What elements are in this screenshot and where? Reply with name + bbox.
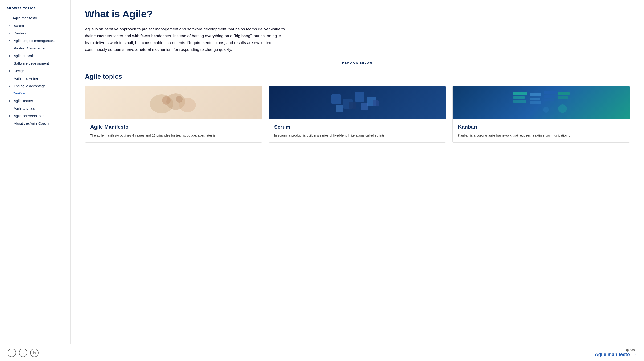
sidebar-item-agile-manifesto[interactable]: Agile manifesto bbox=[6, 14, 70, 22]
svg-point-3 bbox=[162, 96, 170, 105]
sidebar-item-label: Kanban bbox=[14, 31, 26, 35]
sidebar-item-agile-advantage[interactable]: ›The agile advantage bbox=[6, 82, 70, 90]
sidebar-item-label: DevOps bbox=[13, 91, 26, 95]
svg-rect-18 bbox=[530, 101, 541, 104]
card-image-scrum bbox=[269, 86, 446, 119]
sidebar-item-kanban[interactable]: ›Kanban bbox=[6, 29, 70, 37]
svg-rect-9 bbox=[336, 105, 343, 112]
browse-topics-label: BROWSE TOPICS bbox=[6, 7, 70, 10]
card-title: Kanban bbox=[458, 124, 624, 130]
sidebar-item-label: Agile at scale bbox=[14, 54, 35, 58]
sidebar-item-label: Agile manifesto bbox=[13, 16, 37, 20]
svg-rect-11 bbox=[361, 103, 368, 110]
svg-point-24 bbox=[558, 104, 567, 113]
sidebar-item-agile-coach[interactable]: ›About the Agile Coach bbox=[6, 120, 70, 127]
chevron-icon: › bbox=[8, 106, 12, 110]
svg-rect-17 bbox=[530, 98, 540, 100]
card-title: Scrum bbox=[274, 124, 441, 130]
facebook-icon[interactable]: f bbox=[8, 348, 16, 357]
up-next-link-text: Agile manifesto bbox=[595, 352, 630, 357]
svg-rect-13 bbox=[513, 92, 527, 95]
card-image-manifesto bbox=[85, 86, 262, 119]
linkedin-icon[interactable]: in bbox=[30, 348, 39, 357]
read-on-below: READ ON BELOW bbox=[85, 61, 630, 64]
chevron-icon: › bbox=[8, 46, 12, 50]
sidebar-item-devops[interactable]: DevOps bbox=[6, 90, 70, 97]
cards-row: Agile ManifestoThe agile manifesto outli… bbox=[85, 86, 630, 143]
page-title: What is Agile? bbox=[85, 9, 630, 20]
svg-rect-5 bbox=[332, 95, 341, 104]
svg-rect-16 bbox=[530, 93, 541, 96]
chevron-icon: › bbox=[8, 61, 12, 65]
up-next-label: Up Next bbox=[624, 348, 636, 352]
svg-rect-10 bbox=[349, 102, 356, 109]
card-kanban-card[interactable]: KanbanKanban is a popular agile framewor… bbox=[452, 86, 630, 143]
sidebar-item-label: Agile Teams bbox=[14, 99, 33, 103]
up-next-link[interactable]: Agile manifesto → bbox=[595, 352, 636, 357]
sidebar-item-label: Agile conversations bbox=[14, 114, 44, 118]
svg-rect-22 bbox=[558, 92, 570, 95]
sidebar-item-label: Software development bbox=[14, 61, 49, 65]
sidebar-item-software-development[interactable]: ›Software development bbox=[6, 59, 70, 67]
chevron-icon: › bbox=[8, 69, 12, 73]
svg-rect-7 bbox=[355, 92, 364, 102]
svg-rect-14 bbox=[513, 96, 525, 99]
svg-point-4 bbox=[176, 96, 182, 103]
social-icons: f t in bbox=[8, 348, 39, 357]
card-desc: Kanban is a popular agile framework that… bbox=[458, 133, 624, 138]
card-agile-manifesto-card[interactable]: Agile ManifestoThe agile manifesto outli… bbox=[85, 86, 262, 143]
sidebar-item-product-management[interactable]: ›Product Management bbox=[6, 44, 70, 52]
svg-rect-12 bbox=[373, 100, 378, 106]
sidebar-item-agile-at-scale[interactable]: ›Agile at scale bbox=[6, 52, 70, 59]
svg-rect-19 bbox=[544, 91, 556, 94]
main-content: What is Agile? Agile is an iterative app… bbox=[71, 0, 644, 344]
card-desc: In scrum, a product is built in a series… bbox=[274, 133, 441, 138]
up-next-arrow-icon: → bbox=[632, 352, 636, 357]
card-body: Agile ManifestoThe agile manifesto outli… bbox=[85, 119, 262, 142]
sidebar: BROWSE TOPICS Agile manifesto›Scrum›Kanb… bbox=[0, 0, 71, 344]
card-desc: The agile manifesto outlines 4 values an… bbox=[90, 133, 257, 138]
sidebar-item-label: Design bbox=[14, 69, 25, 73]
sidebar-item-label: About the Agile Coach bbox=[14, 121, 48, 125]
sidebar-item-label: Agile marketing bbox=[14, 76, 38, 80]
sidebar-item-agile-marketing[interactable]: ›Agile marketing bbox=[6, 75, 70, 82]
sidebar-item-label: Scrum bbox=[14, 24, 24, 28]
up-next: Up Next Agile manifesto → bbox=[595, 348, 636, 357]
sidebar-item-label: The agile advantage bbox=[14, 84, 46, 88]
card-scrum-card[interactable]: ScrumIn scrum, a product is built in a s… bbox=[269, 86, 446, 143]
sidebar-item-scrum[interactable]: ›Scrum bbox=[6, 22, 70, 29]
card-title: Agile Manifesto bbox=[90, 124, 257, 130]
svg-point-25 bbox=[543, 107, 549, 113]
sidebar-item-agile-conversations[interactable]: ›Agile conversations bbox=[6, 112, 70, 120]
chevron-icon: › bbox=[8, 84, 12, 88]
sidebar-nav: Agile manifesto›Scrum›Kanban›Agile proje… bbox=[6, 14, 70, 127]
chevron-icon: › bbox=[8, 23, 12, 28]
card-body: KanbanKanban is a popular agile framewor… bbox=[453, 119, 630, 142]
svg-rect-21 bbox=[544, 99, 554, 101]
chevron-icon: › bbox=[8, 121, 12, 125]
footer: f t in Up Next Agile manifesto → bbox=[0, 344, 644, 361]
sidebar-item-agile-teams[interactable]: ›Agile Teams bbox=[6, 97, 70, 104]
twitter-icon[interactable]: t bbox=[19, 348, 27, 357]
svg-rect-15 bbox=[513, 100, 526, 103]
sidebar-item-label: Product Management bbox=[14, 46, 47, 50]
chevron-icon: › bbox=[8, 76, 12, 80]
svg-rect-20 bbox=[544, 95, 556, 98]
chevron-icon: › bbox=[8, 54, 12, 58]
chevron-icon: › bbox=[8, 99, 12, 103]
intro-text: Agile is an iterative approach to projec… bbox=[85, 26, 290, 53]
svg-rect-23 bbox=[558, 96, 568, 99]
chevron-icon: › bbox=[8, 39, 12, 43]
sidebar-item-design[interactable]: ›Design bbox=[6, 67, 70, 75]
card-image-kanban bbox=[453, 86, 630, 119]
card-body: ScrumIn scrum, a product is built in a s… bbox=[269, 119, 446, 142]
sidebar-item-label: Agile tutorials bbox=[14, 106, 35, 110]
sidebar-item-agile-tutorials[interactable]: ›Agile tutorials bbox=[6, 104, 70, 112]
sidebar-item-agile-project-management[interactable]: ›Agile project management bbox=[6, 37, 70, 44]
chevron-icon: › bbox=[8, 114, 12, 118]
agile-topics-title: Agile topics bbox=[85, 73, 630, 80]
chevron-icon: › bbox=[8, 31, 12, 35]
sidebar-item-label: Agile project management bbox=[14, 39, 55, 43]
